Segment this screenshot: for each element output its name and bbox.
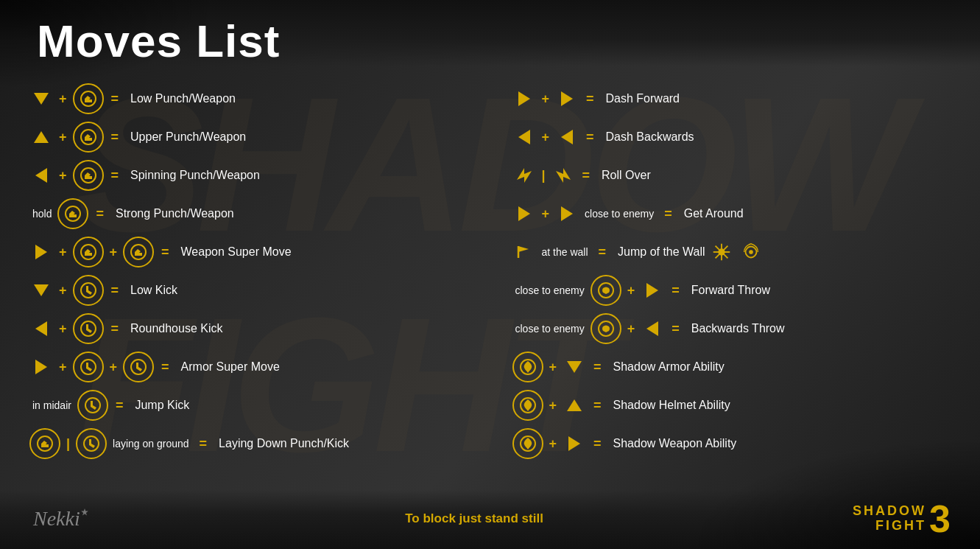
equals-sign: = xyxy=(593,360,602,375)
move-row: + + = Weapon Super Move xyxy=(29,235,468,269)
svg-marker-42 xyxy=(568,436,580,451)
shadow-circle-icon xyxy=(512,390,543,421)
svg-marker-21 xyxy=(561,91,573,106)
plus-sign: + xyxy=(59,168,67,183)
back-arrow-icon xyxy=(512,125,536,149)
up-arrow-icon xyxy=(563,394,586,417)
left-column: + = Low Punch/Weapon + = Upper Punch/Wea… xyxy=(29,82,468,461)
down-arrow-icon xyxy=(29,279,53,302)
kick-icon-2 xyxy=(123,352,154,382)
kick-icon xyxy=(77,390,108,421)
ground-label: laying on ground xyxy=(113,438,189,450)
svg-marker-34 xyxy=(646,283,658,298)
moves-grid: + = Low Punch/Weapon + = Upper Punch/Wea… xyxy=(29,82,951,461)
plus-sign: + xyxy=(549,398,557,413)
move-row: + + = Armor Super Move xyxy=(29,350,468,384)
svg-marker-38 xyxy=(567,361,582,373)
page-title: Moves List xyxy=(37,15,951,67)
kick-ground-icon xyxy=(76,428,107,459)
plus-sign: + xyxy=(549,436,557,452)
move-row: + = Dash Backwards xyxy=(512,120,951,154)
plus-sign: + xyxy=(110,360,118,375)
pipe-sign: | xyxy=(542,168,546,183)
grab-icon xyxy=(591,313,621,344)
punch-icon xyxy=(73,237,104,267)
up-arrow-icon xyxy=(29,125,53,149)
hold-label: hold xyxy=(32,208,52,220)
svg-marker-23 xyxy=(561,130,573,144)
move-label: Jump of the Wall xyxy=(618,245,705,259)
plus-sign: + xyxy=(59,321,67,337)
move-label: Forward Throw xyxy=(691,284,770,297)
plus-sign: + xyxy=(110,245,118,260)
plus-sign: + xyxy=(549,360,557,375)
sf3-number: 3 xyxy=(929,500,951,538)
move-label: Dash Backwards xyxy=(606,130,694,144)
plus-sign: + xyxy=(59,360,67,375)
equals-sign: = xyxy=(593,436,602,452)
equals-sign: = xyxy=(161,360,169,375)
equals-sign: = xyxy=(593,398,602,413)
back-arrow-icon xyxy=(29,317,53,340)
move-row: + = Spinning Punch/Weapon xyxy=(29,158,468,192)
wall-label: at the wall xyxy=(542,246,588,258)
right-column: + = Dash Forward + = Dash Backwards xyxy=(512,82,951,461)
plus-sign: + xyxy=(542,130,550,145)
equals-sign: = xyxy=(586,91,594,107)
move-row: at the wall = Jump of the Wall xyxy=(512,235,951,269)
footer: Nekki To block just stand still SHADOW F… xyxy=(0,500,980,538)
equals-sign: = xyxy=(161,245,169,260)
content: Moves List + = Low Punch/Weapon xyxy=(0,0,980,549)
kick-icon xyxy=(73,313,104,344)
move-label: Backwards Throw xyxy=(691,322,785,335)
move-row: close to enemy + = Forward Throw xyxy=(512,273,951,307)
move-label: Shadow Helmet Ability xyxy=(613,399,730,412)
punch-ground-icon xyxy=(29,428,60,459)
close-enemy-label: close to enemy xyxy=(515,284,585,296)
down-arrow-icon xyxy=(29,87,53,111)
ninja-icon xyxy=(708,239,735,265)
equals-sign: = xyxy=(586,130,594,145)
forward-arrow-icon-2 xyxy=(555,87,579,111)
move-label: Get Around xyxy=(684,207,744,220)
svg-marker-24 xyxy=(518,206,530,221)
move-row: | laying on ground = Laying Down Punch/K… xyxy=(29,427,468,461)
plus-sign: + xyxy=(627,321,635,337)
move-row: in midair = Jump Kick xyxy=(29,388,468,422)
kick-icon xyxy=(73,275,104,306)
forward-arrow-icon xyxy=(512,202,536,225)
svg-marker-7 xyxy=(35,245,47,259)
equals-sign: = xyxy=(582,168,591,183)
forward-arrow-icon xyxy=(29,355,53,379)
equals-sign: = xyxy=(671,321,680,337)
move-label: Shadow Weapon Ability xyxy=(613,437,737,450)
equals-sign: = xyxy=(116,398,124,413)
equals-sign: = xyxy=(664,206,672,222)
move-label: Low Punch/Weapon xyxy=(130,92,236,105)
move-label: Dash Forward xyxy=(606,92,680,105)
midair-label: in midair xyxy=(32,399,71,411)
back-arrow-icon-2 xyxy=(555,125,579,149)
equals-sign: = xyxy=(599,245,607,260)
wall-flag-icon xyxy=(512,240,536,264)
lotus-icon xyxy=(738,239,764,265)
nekki-logo: Nekki xyxy=(29,502,96,536)
move-row: + = Low Punch/Weapon xyxy=(29,82,468,116)
move-row: + = Shadow Armor Ability xyxy=(512,350,951,384)
move-label: Laying Down Punch/Kick xyxy=(219,437,349,450)
forward-arrow-icon xyxy=(29,240,53,264)
plus-sign: + xyxy=(59,283,67,298)
move-row: close to enemy + = Backwards Throw xyxy=(512,312,951,346)
plus-sign: + xyxy=(542,91,550,107)
close-enemy-label: close to enemy xyxy=(585,208,654,220)
move-row: | = Roll Over xyxy=(512,158,951,192)
svg-text:Nekki: Nekki xyxy=(32,507,80,530)
move-label: Spinning Punch/Weapon xyxy=(130,169,260,182)
block-instruction: To block just stand still xyxy=(405,511,543,526)
equals-sign: = xyxy=(111,168,119,183)
equals-sign: = xyxy=(111,91,119,107)
shadow-fight-3-logo: SHADOW FIGHT 3 xyxy=(853,500,951,538)
punch-icon xyxy=(73,160,104,191)
pipe-sign: | xyxy=(66,436,70,452)
forward-arrow-icon xyxy=(512,87,536,111)
